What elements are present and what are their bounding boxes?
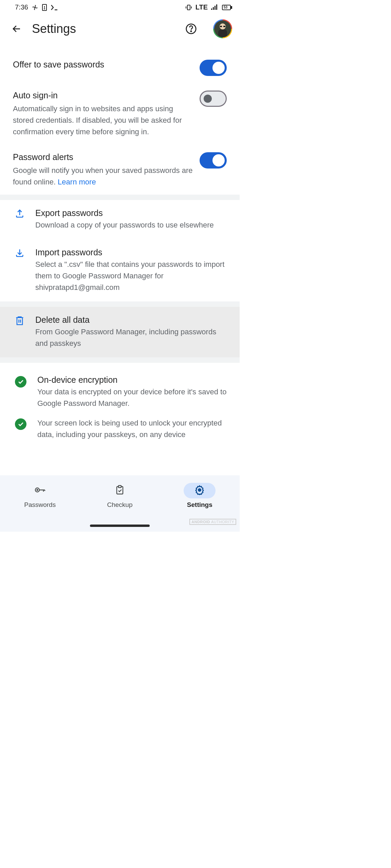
trash-icon <box>15 316 24 327</box>
action-title: Export passwords <box>35 208 227 218</box>
back-button[interactable] <box>12 24 22 34</box>
app-header: Settings <box>0 13 240 44</box>
network-label: LTE <box>196 3 208 11</box>
nav-checkup[interactable]: Checkup <box>80 480 160 532</box>
svg-rect-10 <box>216 4 217 10</box>
nav-label: Checkup <box>107 501 132 509</box>
setting-title: Auto sign-in <box>13 90 193 101</box>
settings-list: Offer to save passwords Auto sign-in Aut… <box>0 44 240 195</box>
check-icon <box>15 376 26 388</box>
section-divider <box>0 301 240 307</box>
svg-point-14 <box>191 31 191 32</box>
svg-rect-23 <box>118 486 121 488</box>
nav-passwords[interactable]: Passwords <box>0 480 80 532</box>
info-title: On-device encryption <box>37 375 227 385</box>
action-description: From Google Password Manager, including … <box>35 326 227 349</box>
setting-description: Automatically sign in to websites and ap… <box>13 103 193 138</box>
svg-rect-17 <box>218 29 227 37</box>
gesture-handle[interactable] <box>90 525 150 527</box>
setting-title: Offer to save passwords <box>13 59 193 71</box>
page-title: Settings <box>32 22 175 36</box>
battery-level: 53 <box>224 5 227 9</box>
svg-rect-19 <box>223 26 225 27</box>
signal-icon <box>211 4 219 11</box>
svg-rect-4 <box>187 5 190 10</box>
svg-rect-18 <box>220 26 222 27</box>
battery-icon: 53 <box>222 4 232 11</box>
setting-offer-save-passwords[interactable]: Offer to save passwords <box>0 52 240 83</box>
status-time: 7:36 <box>15 3 28 11</box>
section-divider <box>0 357 240 363</box>
help-button[interactable] <box>185 23 197 35</box>
setting-auto-signin[interactable]: Auto sign-in Automatically sign in to we… <box>0 83 240 144</box>
svg-rect-7 <box>211 8 212 10</box>
clipboard-check-icon <box>115 485 125 496</box>
nav-label: Passwords <box>24 501 56 509</box>
status-bar: 7:36 LTE 53 <box>0 0 240 13</box>
svg-point-24 <box>199 489 201 491</box>
sim-alert-icon <box>42 4 47 11</box>
svg-rect-9 <box>215 6 216 10</box>
action-description: Select a ".csv" file that contains your … <box>35 259 227 293</box>
svg-point-21 <box>37 490 38 491</box>
toggle-auto-signin[interactable] <box>200 91 227 107</box>
svg-rect-12 <box>231 6 232 8</box>
action-title: Delete all data <box>35 315 227 325</box>
terminal-icon <box>51 4 58 11</box>
section-divider <box>0 195 240 200</box>
toggle-password-alerts[interactable] <box>200 152 227 169</box>
profile-avatar[interactable] <box>213 19 232 38</box>
learn-more-link[interactable]: Learn more <box>58 178 96 186</box>
info-description: Your screen lock is being used to unlock… <box>37 417 227 440</box>
setting-password-alerts[interactable]: Password alerts Google will notify you w… <box>0 144 240 195</box>
nav-label: Settings <box>187 501 212 509</box>
action-title: Import passwords <box>35 248 227 257</box>
svg-point-3 <box>44 8 45 9</box>
info-screen-lock[interactable]: Your screen lock is being used to unlock… <box>0 414 240 449</box>
upload-icon <box>15 209 24 220</box>
action-export-passwords[interactable]: Export passwords Download a copy of your… <box>0 200 240 239</box>
info-description: Your data is encrypted on your device be… <box>37 386 227 409</box>
setting-title: Password alerts <box>13 151 193 163</box>
action-import-passwords[interactable]: Import passwords Select a ".csv" file th… <box>0 239 240 301</box>
action-description: Download a copy of your passwords to use… <box>35 219 227 231</box>
setting-description: Google will notify you when your saved p… <box>13 165 193 188</box>
watermark: ANDROID AUTHORITY <box>189 519 236 525</box>
vibrate-icon <box>185 4 192 11</box>
gear-icon <box>194 485 205 496</box>
svg-point-0 <box>34 7 35 8</box>
toggle-offer-save[interactable] <box>200 60 227 76</box>
download-icon <box>15 248 24 259</box>
check-icon <box>15 418 26 430</box>
action-delete-all-data[interactable]: Delete all data From Google Password Man… <box>0 307 240 357</box>
info-on-device-encryption[interactable]: On-device encryption Your data is encryp… <box>0 369 240 414</box>
svg-rect-8 <box>213 7 214 10</box>
key-icon <box>34 486 46 496</box>
fan-icon <box>32 4 38 11</box>
